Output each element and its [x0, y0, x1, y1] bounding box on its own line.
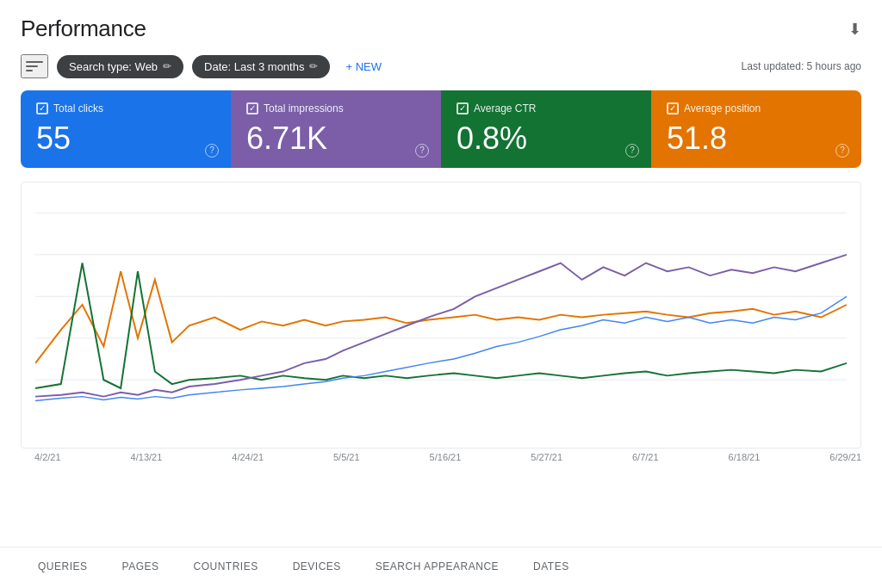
date-label-8: 6/29/21	[829, 452, 861, 462]
date-label-4: 5/16/21	[430, 452, 462, 462]
edit-icon: ✏	[309, 60, 318, 72]
search-type-chip[interactable]: Search type: Web ✏	[57, 55, 183, 78]
metric-value: 55	[36, 121, 215, 156]
date-label-3: 5/5/21	[333, 452, 360, 462]
metric-card-total-clicks[interactable]: Total clicks 55 ?	[21, 90, 231, 168]
date-label-2: 4/24/21	[232, 452, 264, 462]
metric-value: 0.8%	[457, 121, 636, 156]
metrics-row: Total clicks 55 ? Total impressions 6.71…	[21, 90, 861, 168]
help-icon[interactable]: ?	[205, 144, 219, 158]
metric-label: Total impressions	[246, 102, 425, 115]
metric-checkbox[interactable]	[246, 102, 258, 115]
metric-card-total-impressions[interactable]: Total impressions 6.71K ?	[231, 90, 441, 168]
header: Performance ⬇	[0, 0, 882, 49]
tab-countries[interactable]: COUNTRIES	[176, 548, 275, 589]
metric-label: Average position	[667, 102, 846, 115]
chart-container	[21, 182, 861, 449]
search-type-label: Search type: Web	[69, 60, 158, 73]
page-wrapper: Performance ⬇ Search type: Web ✏ Date: L…	[0, 0, 882, 588]
metric-checkbox[interactable]	[667, 102, 679, 115]
date-labels: 4/2/21 4/13/21 4/24/21 5/5/21 5/16/21 5/…	[0, 449, 882, 462]
help-icon[interactable]: ?	[835, 144, 849, 158]
date-label-1: 4/13/21	[131, 452, 163, 462]
metric-label: Average CTR	[457, 102, 636, 115]
tab-devices[interactable]: DEVICES	[276, 548, 358, 589]
tab-pages[interactable]: PAGES	[105, 548, 177, 589]
page-title: Performance	[21, 15, 146, 42]
filter-icon	[26, 59, 43, 73]
date-label: Date: Last 3 months	[204, 60, 304, 73]
download-button[interactable]: ⬇	[848, 20, 861, 39]
date-label-7: 6/18/21	[729, 452, 761, 462]
metric-label: Total clicks	[36, 102, 215, 115]
help-icon[interactable]: ?	[625, 144, 639, 158]
metric-card-average-position[interactable]: Average position 51.8 ?	[651, 90, 861, 168]
tab-queries[interactable]: QUERIES	[21, 548, 105, 589]
metric-checkbox[interactable]	[36, 102, 48, 115]
toolbar: Search type: Web ✏ Date: Last 3 months ✏…	[0, 49, 882, 87]
metric-value: 6.71K	[246, 121, 425, 156]
filter-button[interactable]	[21, 54, 48, 78]
date-label-6: 6/7/21	[632, 452, 659, 462]
last-updated: Last updated: 5 hours ago	[742, 60, 861, 72]
edit-icon: ✏	[163, 60, 171, 72]
help-icon[interactable]: ?	[415, 144, 429, 158]
date-chip[interactable]: Date: Last 3 months ✏	[192, 55, 330, 78]
chart-svg	[35, 196, 847, 413]
date-label-5: 5/27/21	[531, 452, 562, 462]
tab-dates[interactable]: DATES	[516, 548, 587, 589]
bottom-tabs: QUERIES PAGES COUNTRIES DEVICES SEARCH A…	[0, 547, 882, 588]
new-button[interactable]: + NEW	[339, 55, 388, 78]
tab-search-appearance[interactable]: SEARCH APPEARANCE	[358, 548, 516, 589]
metric-checkbox[interactable]	[457, 102, 469, 115]
metric-card-average-ctr[interactable]: Average CTR 0.8% ?	[441, 90, 651, 168]
metric-value: 51.8	[667, 121, 846, 156]
date-label-0: 4/2/21	[34, 452, 61, 462]
